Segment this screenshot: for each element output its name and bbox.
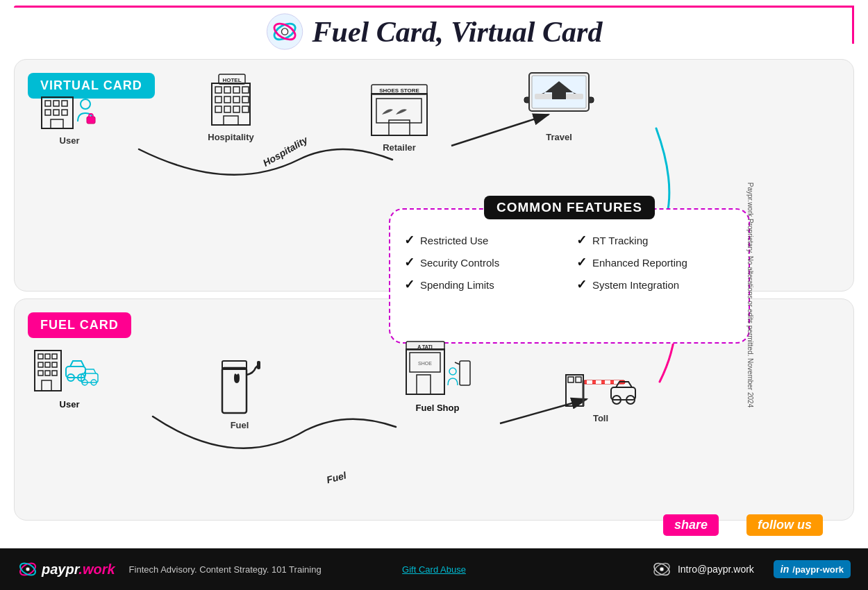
- svg-rect-80: [596, 380, 601, 384]
- svg-rect-26: [215, 96, 222, 103]
- fc-user-icon: User: [31, 340, 108, 410]
- fuel-card-label: FUEL CARD: [28, 312, 131, 338]
- svg-rect-22: [215, 87, 222, 93]
- svg-rect-56: [42, 380, 51, 391]
- svg-rect-12: [62, 101, 67, 106]
- vc-user-label: User: [60, 135, 80, 146]
- feature-spending: ✓ Spending Limits: [404, 277, 562, 292]
- svg-rect-51: [45, 362, 50, 367]
- fc-fuel-icon: Fuel: [215, 354, 264, 430]
- svg-rect-10: [45, 101, 51, 106]
- main-container: Fuel Card, Virtual Card VIRTUAL CARD FUE…: [0, 0, 868, 590]
- bottom-linkedin-link[interactable]: in /paypr-work: [774, 560, 851, 578]
- svg-rect-65: [257, 361, 260, 369]
- features-grid: ✓ Restricted Use ✓ Security Controls ✓ S…: [404, 233, 735, 292]
- svg-rect-73: [460, 361, 470, 385]
- svg-rect-16: [51, 119, 63, 128]
- svg-rect-50: [38, 362, 43, 367]
- vc-hotel-label: Hospitality: [208, 132, 253, 142]
- linkedin-handle: /paypr-work: [792, 564, 844, 575]
- bottom-tagline: Fintech Advisory. Content Strategy. 101 …: [129, 564, 322, 575]
- bottom-gift-card-link[interactable]: Gift Card Abuse: [402, 564, 466, 575]
- check-icon-2: ✓: [404, 255, 415, 270]
- bottom-email-area: Intro@paypr.work in /paypr-work: [651, 560, 851, 578]
- svg-rect-28: [233, 96, 240, 103]
- vc-retailer-label: Retailer: [383, 142, 416, 153]
- svg-rect-48: [45, 354, 50, 359]
- check-icon-3: ✓: [404, 277, 415, 292]
- check-icon-1: ✓: [404, 233, 415, 248]
- svg-rect-63: [222, 368, 247, 413]
- svg-rect-54: [45, 371, 50, 376]
- linkedin-icon: in: [781, 564, 789, 575]
- follow-us-button[interactable]: follow us: [746, 514, 823, 536]
- top-border: [14, 6, 854, 8]
- svg-text:HOTEL: HOTEL: [222, 77, 241, 83]
- common-features-box: COMMON FEATURES ✓ Restricted Use ✓ Secur…: [389, 208, 750, 344]
- vc-user-icon: User: [38, 83, 101, 146]
- svg-rect-44: [535, 94, 552, 99]
- check-icon-4: ✓: [576, 233, 587, 248]
- title-area: Fuel Card, Virtual Card: [266, 12, 603, 51]
- svg-rect-47: [38, 354, 43, 359]
- feature-right-col: ✓ RT Tracking ✓ Enhanced Reporting ✓ Sys…: [576, 233, 735, 292]
- svg-rect-52: [52, 362, 57, 367]
- svg-rect-18: [87, 117, 95, 124]
- svg-rect-75: [568, 377, 574, 382]
- svg-rect-13: [45, 110, 51, 115]
- svg-rect-45: [566, 94, 583, 99]
- svg-point-17: [81, 99, 90, 109]
- fc-user-label: User: [60, 399, 80, 410]
- svg-text:SHOE: SHOE: [418, 361, 432, 366]
- feature-rt-tracking: ✓ RT Tracking: [576, 233, 735, 248]
- bottom-logo-icon: [17, 559, 38, 580]
- svg-rect-25: [242, 87, 249, 93]
- svg-rect-14: [53, 110, 59, 115]
- bottom-email-text[interactable]: Intro@paypr.work: [678, 564, 754, 575]
- svg-text:SHOES STORE: SHOES STORE: [379, 87, 419, 94]
- vc-travel-label: Travel: [546, 132, 572, 142]
- feature-left-col: ✓ Restricted Use ✓ Security Controls ✓ S…: [404, 233, 562, 292]
- svg-rect-76: [576, 377, 581, 382]
- paypr-logo-icon: [266, 12, 304, 51]
- svg-rect-23: [224, 87, 231, 93]
- svg-rect-31: [224, 106, 231, 112]
- feature-rt-label: RT Tracking: [592, 235, 648, 246]
- svg-rect-55: [52, 371, 57, 376]
- check-icon-5: ✓: [576, 255, 587, 270]
- svg-point-91: [660, 567, 664, 571]
- svg-point-88: [26, 567, 30, 571]
- svg-rect-30: [215, 106, 222, 112]
- svg-rect-9: [42, 97, 73, 128]
- bottom-brand-name: paypr: [42, 562, 78, 577]
- feature-integration-label: System Integration: [592, 279, 679, 291]
- svg-rect-49: [52, 354, 57, 359]
- svg-rect-38: [376, 99, 422, 123]
- fc-toll-icon: Toll: [562, 354, 639, 423]
- fc-fuel-label: Fuel: [231, 420, 249, 430]
- bottom-brand-logo: paypr.work: [17, 559, 115, 580]
- email-icon: [651, 562, 672, 577]
- svg-rect-53: [38, 371, 43, 376]
- vc-travel-icon: Travel: [521, 66, 597, 142]
- svg-rect-81: [605, 380, 610, 384]
- feature-spending-label: Spending Limits: [420, 279, 494, 291]
- vc-hotel-icon: HOTEL Hospitality: [201, 73, 260, 142]
- feature-restricted-label: Restricted Use: [420, 235, 488, 246]
- fc-fuelshop-icon: A TATI SHOE Fuel Shop: [403, 340, 472, 413]
- check-icon-6: ✓: [576, 277, 587, 292]
- svg-point-72: [449, 368, 456, 375]
- feature-reporting-label: Enhanced Reporting: [592, 257, 687, 269]
- share-button[interactable]: share: [663, 514, 719, 536]
- bottom-brand-text: paypr.work: [42, 562, 115, 578]
- side-copyright-text: Paypr.work Proprietary. No alterations o…: [746, 183, 753, 407]
- svg-rect-29: [242, 96, 249, 103]
- svg-text:A TATI: A TATI: [417, 344, 432, 349]
- svg-rect-34: [224, 116, 238, 125]
- svg-rect-11: [53, 101, 59, 106]
- svg-rect-57: [66, 366, 85, 378]
- feature-integration: ✓ System Integration: [576, 277, 735, 292]
- svg-rect-83: [611, 387, 635, 400]
- svg-rect-33: [242, 106, 249, 112]
- svg-rect-15: [62, 110, 67, 115]
